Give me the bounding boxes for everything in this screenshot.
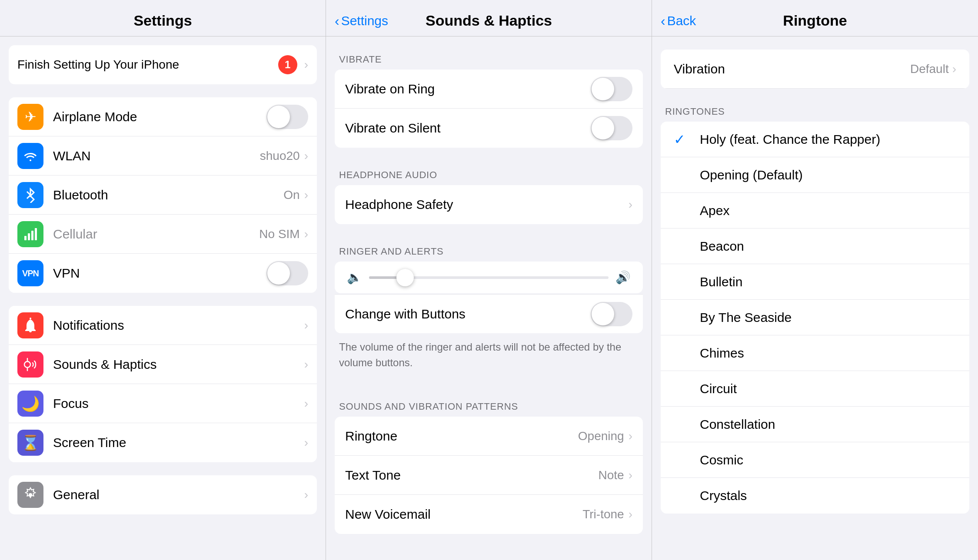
notifications-item[interactable]: Notifications › xyxy=(9,306,317,345)
bluetooth-item[interactable]: Bluetooth On › xyxy=(9,176,317,215)
change-with-buttons-label: Change with Buttons xyxy=(345,307,591,321)
headphone-safety-chevron: › xyxy=(629,198,632,212)
bluetooth-icon xyxy=(17,182,43,208)
vibrate-section-label: VIBRATE xyxy=(326,45,652,70)
screen-time-label: Screen Time xyxy=(53,435,304,450)
text-tone-row[interactable]: Text Tone Note › xyxy=(335,456,643,495)
by-the-seaside-checkmark: ✓ xyxy=(674,309,691,326)
airplane-mode-icon: ✈ xyxy=(17,104,43,130)
headphone-safety-item[interactable]: Headphone Safety › xyxy=(335,185,643,224)
vibrate-ring-toggle[interactable] xyxy=(591,77,632,101)
ringtone-opening[interactable]: ✓ Opening (Default) xyxy=(661,157,969,193)
finish-setup-item[interactable]: Finish Setting Up Your iPhone 1 › xyxy=(9,45,317,84)
screen-time-icon: ⌛ xyxy=(17,430,43,456)
vibrate-silent-knob xyxy=(592,117,614,139)
ringtone-row-chevron: › xyxy=(629,429,632,443)
focus-chevron: › xyxy=(304,397,308,411)
vibrate-silent-item[interactable]: Vibrate on Silent xyxy=(335,109,643,148)
vibrate-silent-toggle[interactable] xyxy=(591,116,632,140)
settings-title: Settings xyxy=(133,12,192,29)
constellation-checkmark: ✓ xyxy=(674,416,691,433)
svg-rect-0 xyxy=(24,236,27,240)
new-voicemail-row[interactable]: New Voicemail Tri-tone › xyxy=(335,495,643,534)
ringtone-holy[interactable]: ✓ Holy (feat. Chance the Rapper) xyxy=(661,122,969,157)
general-label: General xyxy=(53,487,304,502)
cellular-item[interactable]: Cellular No SIM › xyxy=(9,215,317,254)
airplane-mode-toggle-knob xyxy=(267,106,290,128)
sounds-back-button[interactable]: ‹ Settings xyxy=(335,13,388,28)
wlan-item[interactable]: WLAN shuo20 › xyxy=(9,136,317,176)
ringtone-back-button[interactable]: ‹ Back xyxy=(661,13,696,28)
crystals-checkmark: ✓ xyxy=(674,487,691,504)
bulletin-checkmark: ✓ xyxy=(674,274,691,290)
vibrate-list: Vibrate on Ring Vibrate on Silent xyxy=(335,70,643,148)
svg-rect-3 xyxy=(35,228,37,240)
sounds-haptics-label: Sounds & Haptics xyxy=(53,357,304,372)
settings-header: Settings xyxy=(0,0,326,36)
vibration-value: Default xyxy=(910,62,949,76)
cellular-value: No SIM xyxy=(259,227,299,241)
chimes-label: Chimes xyxy=(700,346,956,361)
focus-item[interactable]: 🌙 Focus › xyxy=(9,384,317,423)
general-item[interactable]: General › xyxy=(9,475,317,514)
ringtone-row[interactable]: Ringtone Opening › xyxy=(335,417,643,456)
screen-time-item[interactable]: ⌛ Screen Time › xyxy=(9,423,317,462)
ringtone-by-the-seaside[interactable]: ✓ By The Seaside xyxy=(661,300,969,335)
sounds-back-chevron: ‹ xyxy=(335,14,339,28)
change-with-buttons-item[interactable]: Change with Buttons xyxy=(335,294,643,333)
sounds-back-label: Settings xyxy=(341,13,388,28)
vpn-toggle[interactable] xyxy=(266,261,308,285)
sounds-haptics-content: VIBRATE Vibrate on Ring Vibrate on Silen… xyxy=(326,36,652,560)
ringtone-constellation[interactable]: ✓ Constellation xyxy=(661,407,969,442)
settings-content: Finish Setting Up Your iPhone 1 › ✈ Airp… xyxy=(0,36,326,560)
vpn-toggle-knob xyxy=(267,262,290,285)
vpn-item[interactable]: VPN VPN xyxy=(9,254,317,293)
vibrate-silent-label: Vibrate on Silent xyxy=(345,121,591,136)
new-voicemail-value: Tri-tone xyxy=(582,507,624,521)
airplane-mode-label: Airplane Mode xyxy=(53,109,266,124)
sounds-haptics-panel: ‹ Settings Sounds & Haptics VIBRATE Vibr… xyxy=(326,0,652,560)
ringer-alerts-section: RINGER AND ALERTS 🔈 🔊 Change with Button… xyxy=(326,237,652,379)
ringtone-cosmic[interactable]: ✓ Cosmic xyxy=(661,442,969,478)
sounds-haptics-icon xyxy=(17,351,43,378)
change-buttons-group: Change with Buttons xyxy=(335,294,643,333)
sounds-haptics-item[interactable]: Sounds & Haptics › xyxy=(9,345,317,384)
finish-setup-chevron: › xyxy=(304,58,308,72)
notifications-icon xyxy=(17,312,43,338)
vibrate-section: VIBRATE Vibrate on Ring Vibrate on Silen… xyxy=(326,45,652,148)
vibrate-ring-item[interactable]: Vibrate on Ring xyxy=(335,70,643,109)
airplane-mode-item[interactable]: ✈ Airplane Mode xyxy=(9,97,317,136)
change-with-buttons-knob xyxy=(592,303,614,325)
sounds-haptics-chevron: › xyxy=(304,358,308,371)
vpn-label: VPN xyxy=(53,266,266,281)
airplane-mode-toggle[interactable] xyxy=(266,105,308,129)
crystals-label: Crystals xyxy=(700,488,956,503)
ringtone-bulletin[interactable]: ✓ Bulletin xyxy=(661,264,969,300)
focus-icon: 🌙 xyxy=(17,391,43,417)
network-list: ✈ Airplane Mode xyxy=(9,97,317,293)
vibrate-ring-label: Vibrate on Ring xyxy=(345,82,591,96)
vibration-label: Vibration xyxy=(674,62,910,76)
headphone-safety-label: Headphone Safety xyxy=(345,197,629,212)
vibration-item[interactable]: Vibration Default › xyxy=(661,50,969,89)
ringer-slider-track[interactable] xyxy=(369,276,609,279)
notifications-label: Notifications xyxy=(53,318,304,333)
vibrate-ring-knob xyxy=(592,78,614,100)
ringer-slider-thumb[interactable] xyxy=(396,269,414,286)
general-list: General › xyxy=(9,475,317,514)
apex-label: Apex xyxy=(700,203,956,218)
ringtone-circuit[interactable]: ✓ Circuit xyxy=(661,371,969,407)
settings-section: Notifications › Sounds & Hapt xyxy=(0,306,326,462)
svg-rect-1 xyxy=(28,233,30,240)
ringtone-apex[interactable]: ✓ Apex xyxy=(661,193,969,229)
wlan-value: shuo20 xyxy=(260,149,300,163)
circuit-checkmark: ✓ xyxy=(674,381,691,397)
ringtone-crystals[interactable]: ✓ Crystals xyxy=(661,478,969,514)
ringtone-beacon[interactable]: ✓ Beacon xyxy=(661,229,969,264)
cellular-icon xyxy=(17,221,43,247)
change-with-buttons-toggle[interactable] xyxy=(591,302,632,326)
ringtone-chimes[interactable]: ✓ Chimes xyxy=(661,335,969,371)
finish-setup-label: Finish Setting Up Your iPhone xyxy=(17,58,278,72)
headphone-section-label: HEADPHONE AUDIO xyxy=(326,161,652,185)
ringer-note: The volume of the ringer and alerts will… xyxy=(326,333,652,379)
